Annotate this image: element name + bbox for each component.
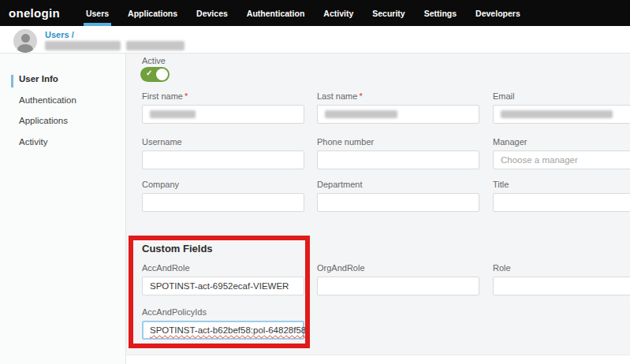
field-acc-and-policy-ids: AccAndPolicyIds SPOTINST-act-b62bef58:po… <box>142 307 304 340</box>
user-info-form: Active ✓ First name* Last name* Email Us… <box>126 54 630 355</box>
manager-label: Manager <box>493 137 630 147</box>
onelogin-logo[interactable]: onelogin <box>9 6 60 20</box>
sidebar-item-authentication[interactable]: Authentication <box>19 95 76 105</box>
department-label: Department <box>317 180 479 189</box>
nav-item-security[interactable]: Security <box>372 0 404 26</box>
username-input[interactable] <box>142 150 304 169</box>
phone-number-label: Phone number <box>317 137 479 147</box>
top-nav: onelogin Users Applications Devices Auth… <box>0 0 630 26</box>
field-first-name: First name* <box>142 91 304 124</box>
role-label: Role <box>493 263 630 273</box>
custom-fields-heading: Custom Fields <box>142 243 213 254</box>
nav-menu: Users Applications Devices Authenticatio… <box>86 0 520 26</box>
department-input[interactable] <box>317 193 479 212</box>
nav-item-settings[interactable]: Settings <box>424 0 457 26</box>
nav-item-applications[interactable]: Applications <box>128 0 177 26</box>
nav-item-authentication[interactable]: Authentication <box>247 0 305 26</box>
field-company: Company <box>142 180 304 212</box>
acc-and-policy-ids-input[interactable]: SPOTINST-act-b62bef58:pol-64828f58 <box>142 321 304 340</box>
active-toggle-label: Active <box>142 56 166 65</box>
redacted-value <box>150 110 196 118</box>
company-label: Company <box>142 180 304 189</box>
field-manager: Manager <box>493 137 630 169</box>
acc-and-role-label: AccAndRole <box>142 263 304 273</box>
redacted-value <box>501 110 613 118</box>
field-org-and-role: OrgAndRole <box>317 263 479 295</box>
role-input[interactable] <box>493 277 630 295</box>
field-username: Username <box>142 137 304 169</box>
active-tab-indicator <box>11 75 13 87</box>
field-email: Email <box>493 91 630 124</box>
title-label: Title <box>493 180 630 189</box>
field-department: Department <box>317 180 479 212</box>
manager-input[interactable] <box>493 150 630 169</box>
nav-item-developers[interactable]: Developers <box>475 0 520 26</box>
nav-item-devices[interactable]: Devices <box>196 0 228 26</box>
avatar-body-shape <box>17 44 33 53</box>
phone-number-input[interactable] <box>317 150 479 169</box>
acc-and-policy-ids-value: SPOTINST-act-b62bef58:pol-64828f58 <box>150 325 306 335</box>
sidebar-item-user-info[interactable]: User Info <box>19 74 58 84</box>
org-and-role-input[interactable] <box>317 277 479 295</box>
last-name-input[interactable] <box>317 105 479 124</box>
acc-and-role-input[interactable] <box>142 277 304 295</box>
redacted-user-name <box>45 41 185 50</box>
check-icon: ✓ <box>146 69 152 77</box>
user-avatar-icon <box>13 29 37 53</box>
page-header: Users / <box>0 26 630 54</box>
field-phone-number: Phone number <box>317 137 479 169</box>
username-label: Username <box>142 137 304 147</box>
field-acc-and-role: AccAndRole <box>142 263 304 295</box>
toggle-knob <box>156 69 168 80</box>
first-name-input[interactable] <box>142 105 304 124</box>
nav-item-activity[interactable]: Activity <box>323 0 353 26</box>
acc-and-policy-ids-label: AccAndPolicyIds <box>142 307 304 317</box>
breadcrumb-users-link[interactable]: Users / <box>45 30 74 39</box>
sidebar-item-applications[interactable]: Applications <box>19 116 68 125</box>
page-bottom-strip <box>126 355 630 364</box>
email-label: Email <box>493 91 630 101</box>
nav-item-users[interactable]: Users <box>86 0 109 26</box>
email-input[interactable] <box>493 105 630 124</box>
company-input[interactable] <box>142 193 304 212</box>
redacted-value <box>325 110 397 118</box>
sidebar-item-activity[interactable]: Activity <box>19 137 47 147</box>
active-toggle[interactable]: ✓ <box>140 67 170 82</box>
field-role: Role <box>493 263 630 295</box>
field-last-name: Last name* <box>317 91 479 124</box>
required-mark: * <box>185 91 188 101</box>
onelogin-admin-window: onelogin Users Applications Devices Auth… <box>0 0 630 364</box>
title-input[interactable] <box>493 193 630 212</box>
first-name-label: First name <box>142 91 183 101</box>
required-mark: * <box>359 91 362 101</box>
field-title: Title <box>493 180 630 212</box>
last-name-label: Last name <box>317 91 357 101</box>
avatar-head-shape <box>21 34 30 43</box>
org-and-role-label: OrgAndRole <box>317 263 479 273</box>
user-sidebar: User Info Authentication Applications Ac… <box>0 54 126 364</box>
